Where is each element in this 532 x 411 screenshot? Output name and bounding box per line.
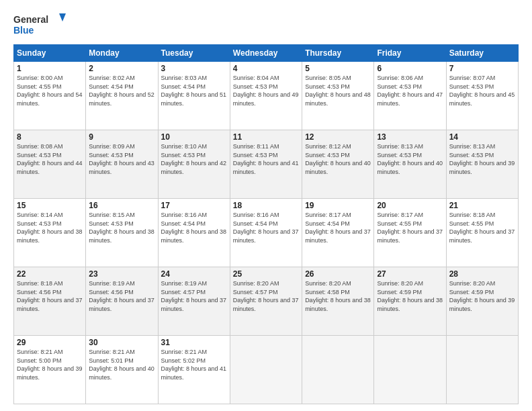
day-number: 17 — [161, 201, 227, 210]
day-number: 3 — [161, 64, 227, 73]
calendar-day-cell: 13 Sunrise: 8:13 AMSunset: 4:53 PMDaylig… — [374, 130, 446, 199]
day-info: Sunrise: 8:13 AMSunset: 4:53 PMDaylight:… — [449, 142, 515, 176]
day-info: Sunrise: 8:14 AMSunset: 4:53 PMDaylight:… — [17, 211, 83, 244]
day-number: 22 — [17, 269, 83, 279]
day-info: Sunrise: 8:17 AMSunset: 4:55 PMDaylight:… — [377, 211, 443, 244]
day-number: 31 — [161, 338, 227, 347]
calendar-day-cell — [446, 336, 518, 404]
day-info: Sunrise: 8:19 AMSunset: 4:56 PMDaylight:… — [89, 279, 154, 313]
calendar-day-cell: 23 Sunrise: 8:19 AMSunset: 4:56 PMDaylig… — [86, 267, 158, 336]
calendar-day-cell — [230, 336, 302, 404]
calendar-day-cell: 18 Sunrise: 8:16 AMSunset: 4:54 PMDaylig… — [230, 199, 302, 267]
calendar-week-row: 8 Sunrise: 8:08 AMSunset: 4:53 PMDayligh… — [14, 130, 519, 199]
calendar-week-row: 29 Sunrise: 8:21 AMSunset: 5:00 PMDaylig… — [14, 336, 519, 404]
calendar-day-cell: 29 Sunrise: 8:21 AMSunset: 5:00 PMDaylig… — [14, 336, 86, 404]
calendar-table: SundayMondayTuesdayWednesdayThursdayFrid… — [13, 44, 519, 404]
day-number: 11 — [233, 132, 299, 142]
day-info: Sunrise: 8:02 AMSunset: 4:54 PMDaylight:… — [89, 74, 154, 107]
calendar-day-cell: 15 Sunrise: 8:14 AMSunset: 4:53 PMDaylig… — [14, 199, 86, 267]
day-number: 25 — [233, 269, 299, 279]
day-info: Sunrise: 8:12 AMSunset: 4:53 PMDaylight:… — [305, 142, 371, 176]
calendar-day-cell: 28 Sunrise: 8:20 AMSunset: 4:59 PMDaylig… — [446, 267, 518, 336]
day-number: 23 — [89, 269, 154, 279]
day-info: Sunrise: 8:06 AMSunset: 4:53 PMDaylight:… — [377, 74, 443, 107]
day-number: 13 — [377, 132, 443, 142]
calendar-header-row: SundayMondayTuesdayWednesdayThursdayFrid… — [14, 45, 519, 62]
day-info: Sunrise: 8:05 AMSunset: 4:53 PMDaylight:… — [305, 74, 371, 107]
calendar-day-header: Thursday — [302, 45, 374, 62]
day-number: 9 — [89, 132, 154, 142]
calendar-day-header: Friday — [374, 45, 446, 62]
day-number: 8 — [17, 132, 83, 142]
calendar-day-cell: 20 Sunrise: 8:17 AMSunset: 4:55 PMDaylig… — [374, 199, 446, 267]
day-number: 24 — [161, 269, 227, 279]
day-info: Sunrise: 8:16 AMSunset: 4:54 PMDaylight:… — [161, 211, 227, 244]
calendar-day-cell: 24 Sunrise: 8:19 AMSunset: 4:57 PMDaylig… — [158, 267, 230, 336]
calendar-day-cell: 31 Sunrise: 8:21 AMSunset: 5:02 PMDaylig… — [158, 336, 230, 404]
day-info: Sunrise: 8:03 AMSunset: 4:54 PMDaylight:… — [161, 74, 227, 107]
day-number: 12 — [305, 132, 371, 142]
calendar-day-cell: 11 Sunrise: 8:11 AMSunset: 4:53 PMDaylig… — [230, 130, 302, 199]
day-number: 1 — [17, 64, 83, 73]
calendar-day-cell: 14 Sunrise: 8:13 AMSunset: 4:53 PMDaylig… — [446, 130, 518, 199]
calendar-day-cell: 3 Sunrise: 8:03 AMSunset: 4:54 PMDayligh… — [158, 62, 230, 130]
day-number: 15 — [17, 201, 83, 210]
day-number: 4 — [233, 64, 299, 73]
day-number: 7 — [449, 64, 515, 73]
day-info: Sunrise: 8:18 AMSunset: 4:55 PMDaylight:… — [449, 211, 515, 244]
day-number: 10 — [161, 132, 227, 142]
calendar-day-cell: 7 Sunrise: 8:07 AMSunset: 4:53 PMDayligh… — [446, 62, 518, 130]
calendar-day-cell: 30 Sunrise: 8:21 AMSunset: 5:01 PMDaylig… — [86, 336, 158, 404]
day-number: 29 — [17, 338, 83, 347]
day-number: 28 — [449, 269, 515, 279]
calendar-day-cell: 21 Sunrise: 8:18 AMSunset: 4:55 PMDaylig… — [446, 199, 518, 267]
calendar-day-header: Saturday — [446, 45, 518, 62]
page-header: General Blue — [13, 11, 519, 38]
day-info: Sunrise: 8:15 AMSunset: 4:53 PMDaylight:… — [89, 211, 154, 244]
day-number: 19 — [305, 201, 371, 210]
calendar-day-cell: 25 Sunrise: 8:20 AMSunset: 4:57 PMDaylig… — [230, 267, 302, 336]
day-info: Sunrise: 8:17 AMSunset: 4:54 PMDaylight:… — [305, 211, 371, 244]
day-info: Sunrise: 8:21 AMSunset: 5:01 PMDaylight:… — [89, 348, 154, 381]
calendar-day-cell: 17 Sunrise: 8:16 AMSunset: 4:54 PMDaylig… — [158, 199, 230, 267]
day-number: 5 — [305, 64, 371, 73]
calendar-day-cell: 2 Sunrise: 8:02 AMSunset: 4:54 PMDayligh… — [86, 62, 158, 130]
day-number: 18 — [233, 201, 299, 210]
day-number: 27 — [377, 269, 443, 279]
calendar-day-cell — [374, 336, 446, 404]
day-number: 2 — [89, 64, 154, 73]
calendar-body: 1 Sunrise: 8:00 AMSunset: 4:55 PMDayligh… — [14, 62, 519, 404]
day-number: 21 — [449, 201, 515, 210]
calendar-day-cell: 8 Sunrise: 8:08 AMSunset: 4:53 PMDayligh… — [14, 130, 86, 199]
day-info: Sunrise: 8:10 AMSunset: 4:53 PMDaylight:… — [161, 142, 227, 176]
calendar-day-cell: 1 Sunrise: 8:00 AMSunset: 4:55 PMDayligh… — [14, 62, 86, 130]
day-info: Sunrise: 8:21 AMSunset: 5:02 PMDaylight:… — [161, 348, 227, 381]
logo: General Blue — [13, 11, 67, 38]
day-info: Sunrise: 8:18 AMSunset: 4:56 PMDaylight:… — [17, 279, 83, 313]
calendar-day-cell — [302, 336, 374, 404]
calendar-day-cell: 5 Sunrise: 8:05 AMSunset: 4:53 PMDayligh… — [302, 62, 374, 130]
calendar-day-cell: 22 Sunrise: 8:18 AMSunset: 4:56 PMDaylig… — [14, 267, 86, 336]
day-info: Sunrise: 8:04 AMSunset: 4:53 PMDaylight:… — [233, 74, 299, 107]
day-info: Sunrise: 8:13 AMSunset: 4:53 PMDaylight:… — [377, 142, 443, 176]
day-info: Sunrise: 8:16 AMSunset: 4:54 PMDaylight:… — [233, 211, 299, 244]
day-number: 6 — [377, 64, 443, 73]
day-number: 26 — [305, 269, 371, 279]
calendar-day-cell: 27 Sunrise: 8:20 AMSunset: 4:59 PMDaylig… — [374, 267, 446, 336]
day-info: Sunrise: 8:07 AMSunset: 4:53 PMDaylight:… — [449, 74, 515, 107]
svg-text:General: General — [13, 14, 48, 25]
calendar-day-cell: 9 Sunrise: 8:09 AMSunset: 4:53 PMDayligh… — [86, 130, 158, 199]
calendar-day-cell: 16 Sunrise: 8:15 AMSunset: 4:53 PMDaylig… — [86, 199, 158, 267]
day-number: 14 — [449, 132, 515, 142]
calendar-day-header: Wednesday — [230, 45, 302, 62]
day-info: Sunrise: 8:20 AMSunset: 4:58 PMDaylight:… — [305, 279, 371, 313]
logo-svg: General Blue — [13, 11, 67, 38]
calendar-day-header: Tuesday — [158, 45, 230, 62]
calendar-week-row: 15 Sunrise: 8:14 AMSunset: 4:53 PMDaylig… — [14, 199, 519, 267]
day-info: Sunrise: 8:19 AMSunset: 4:57 PMDaylight:… — [161, 279, 227, 313]
calendar-week-row: 1 Sunrise: 8:00 AMSunset: 4:55 PMDayligh… — [14, 62, 519, 130]
calendar-day-cell: 12 Sunrise: 8:12 AMSunset: 4:53 PMDaylig… — [302, 130, 374, 199]
svg-text:Blue: Blue — [13, 25, 34, 36]
calendar-day-cell: 10 Sunrise: 8:10 AMSunset: 4:53 PMDaylig… — [158, 130, 230, 199]
day-info: Sunrise: 8:20 AMSunset: 4:59 PMDaylight:… — [377, 279, 443, 313]
